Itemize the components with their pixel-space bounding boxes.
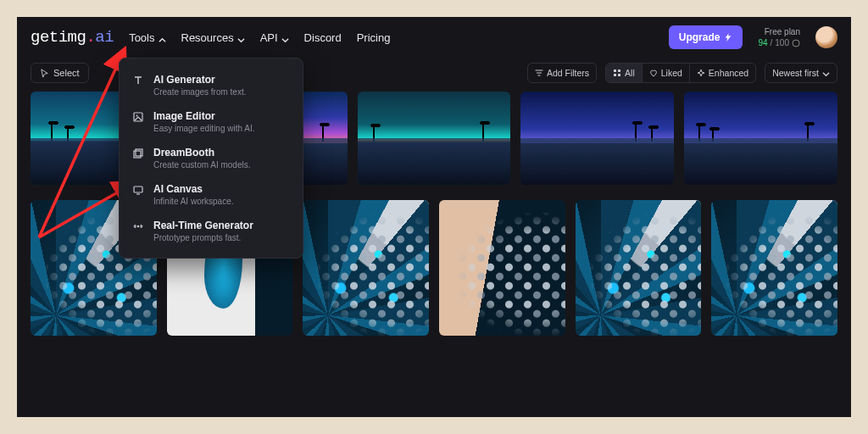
app-root: getimg.ai Tools Resources API Discord Pr… bbox=[17, 17, 851, 417]
dropdown-item-ai-generator[interactable]: AI GeneratorCreate images from text. bbox=[120, 67, 303, 103]
grid-icon bbox=[613, 69, 621, 77]
filter-segment: All Liked Enhanced bbox=[605, 63, 756, 83]
dd-title: AI Generator bbox=[153, 74, 246, 86]
nav-resources-label: Resources bbox=[181, 31, 234, 44]
nav-tools-label: Tools bbox=[129, 31, 154, 44]
filter-enhanced[interactable]: Enhanced bbox=[689, 64, 755, 82]
dropdown-item-dreambooth[interactable]: DreamBoothCreate custom AI models. bbox=[120, 140, 303, 176]
svg-rect-8 bbox=[136, 149, 142, 156]
filter-enhanced-label: Enhanced bbox=[709, 68, 748, 78]
plan-credits: 94 / 100 bbox=[758, 38, 800, 47]
nav-resources[interactable]: Resources bbox=[181, 31, 245, 44]
filter-all-label: All bbox=[625, 68, 635, 78]
dd-title: AI Canvas bbox=[153, 183, 234, 195]
filter-liked[interactable]: Liked bbox=[642, 64, 689, 82]
nav-discord-label: Discord bbox=[304, 31, 342, 44]
type-icon bbox=[131, 74, 145, 87]
dd-title: Real-Time Generator bbox=[153, 220, 253, 231]
upgrade-button[interactable]: Upgrade bbox=[669, 25, 743, 49]
dd-title: DreamBooth bbox=[153, 147, 251, 159]
bolt-icon bbox=[724, 33, 732, 42]
cursor-icon bbox=[40, 69, 49, 78]
avatar[interactable] bbox=[815, 26, 837, 48]
brand-logo[interactable]: getimg.ai bbox=[31, 28, 114, 47]
image-card[interactable] bbox=[684, 92, 837, 185]
svg-rect-7 bbox=[134, 151, 141, 158]
svg-point-10 bbox=[137, 225, 140, 228]
credits-total: 100 bbox=[775, 38, 789, 47]
dropdown-item-ai-canvas[interactable]: AI CanvasInfinite AI workspace. bbox=[120, 176, 303, 213]
nav-discord[interactable]: Discord bbox=[304, 31, 342, 44]
brand-dot: . bbox=[86, 28, 95, 47]
plan-status: Free plan 94 / 100 bbox=[758, 27, 800, 47]
image-card[interactable] bbox=[439, 200, 565, 336]
brand-left: getimg bbox=[31, 28, 86, 47]
image-card[interactable] bbox=[576, 200, 702, 336]
image-icon bbox=[131, 110, 145, 124]
header: getimg.ai Tools Resources API Discord Pr… bbox=[17, 17, 851, 58]
image-card[interactable] bbox=[303, 200, 429, 336]
chevron-down-icon bbox=[281, 34, 289, 42]
dd-sub: Create custom AI models. bbox=[153, 160, 251, 170]
sort-dropdown[interactable]: Newest first bbox=[765, 63, 837, 83]
brand-right: ai bbox=[95, 28, 114, 47]
dd-sub: Create images from text. bbox=[153, 87, 246, 97]
chevron-down-icon bbox=[237, 34, 245, 42]
dd-sub: Infinite AI workspace. bbox=[153, 197, 234, 206]
nav-pricing[interactable]: Pricing bbox=[357, 31, 391, 44]
svg-rect-2 bbox=[618, 70, 620, 72]
primary-nav: Tools Resources API Discord Pricing bbox=[129, 31, 390, 44]
select-label: Select bbox=[53, 68, 80, 78]
layers-icon bbox=[131, 147, 145, 160]
dd-sub: Easy image editing with AI. bbox=[153, 124, 255, 133]
svg-rect-4 bbox=[618, 74, 620, 76]
dd-sub: Prototype prompts fast. bbox=[153, 233, 253, 242]
tools-dropdown: AI GeneratorCreate images from text. Ima… bbox=[119, 58, 303, 259]
filter-liked-label: Liked bbox=[661, 68, 682, 78]
image-card[interactable] bbox=[520, 92, 674, 185]
svg-rect-1 bbox=[614, 70, 616, 72]
filter-all[interactable]: All bbox=[606, 64, 642, 82]
svg-rect-9 bbox=[134, 186, 142, 192]
image-card[interactable] bbox=[358, 92, 511, 185]
heart-icon bbox=[649, 69, 658, 77]
dd-title: Image Editor bbox=[153, 110, 255, 122]
credits-sep: / bbox=[771, 38, 773, 47]
credits-icon bbox=[792, 39, 800, 47]
upgrade-label: Upgrade bbox=[679, 31, 721, 43]
canvas-icon bbox=[131, 183, 145, 197]
realtime-icon bbox=[131, 220, 145, 233]
filter-icon bbox=[535, 69, 543, 77]
nav-tools[interactable]: Tools bbox=[129, 31, 165, 44]
dropdown-item-realtime[interactable]: Real-Time GeneratorPrototype prompts fas… bbox=[120, 213, 303, 249]
nav-pricing-label: Pricing bbox=[357, 31, 391, 44]
svg-point-6 bbox=[136, 115, 138, 117]
plan-label: Free plan bbox=[765, 27, 800, 36]
select-button[interactable]: Select bbox=[31, 63, 89, 83]
image-card[interactable] bbox=[711, 200, 837, 336]
chevron-up-icon bbox=[159, 34, 166, 42]
nav-api-label: API bbox=[260, 31, 278, 44]
svg-point-0 bbox=[793, 40, 799, 47]
sparkle-icon bbox=[697, 69, 705, 77]
credits-used: 94 bbox=[758, 38, 767, 47]
add-filters-button[interactable]: Add Filters bbox=[527, 63, 597, 83]
chevron-down-icon bbox=[822, 70, 830, 77]
add-filters-label: Add Filters bbox=[547, 68, 589, 78]
sort-label: Newest first bbox=[772, 68, 819, 78]
svg-rect-3 bbox=[614, 74, 616, 76]
nav-api[interactable]: API bbox=[260, 31, 289, 44]
dropdown-item-image-editor[interactable]: Image EditorEasy image editing with AI. bbox=[120, 103, 303, 140]
